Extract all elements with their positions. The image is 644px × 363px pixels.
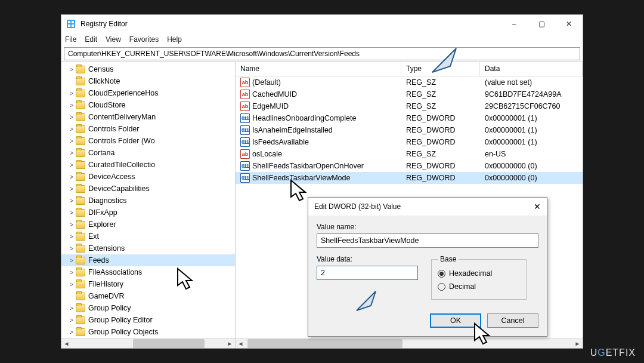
dialog-close-button[interactable]: ✕ — [534, 202, 541, 211]
folder-icon — [76, 316, 85, 324]
value-row[interactable]: 011IsFeedsAvailableREG_DWORD0x00000001 (… — [236, 136, 583, 148]
menu-favorites[interactable]: Favorites — [129, 35, 159, 44]
list-scroll-left[interactable]: ◄ — [236, 339, 246, 348]
value-data-input[interactable] — [317, 266, 418, 280]
dialog-titlebar[interactable]: Edit DWORD (32-bit) Value ✕ — [308, 198, 547, 216]
titlebar[interactable]: Registry Editor – ▢ ✕ — [61, 15, 583, 33]
tree-item[interactable]: GameDVR — [61, 290, 235, 302]
column-type[interactable]: Type — [401, 62, 480, 76]
tree-item[interactable]: >Diagnostics — [61, 195, 235, 207]
menubar: File Edit View Favorites Help — [61, 33, 583, 46]
menu-help[interactable]: Help — [167, 35, 182, 44]
value-row[interactable]: abEdgeMUIDREG_SZ29CB62715CF06C760 — [236, 100, 583, 112]
folder-icon — [76, 137, 85, 145]
maximize-button[interactable]: ▢ — [528, 15, 555, 33]
chevron-right-icon[interactable]: > — [67, 329, 76, 336]
chevron-right-icon[interactable]: > — [67, 269, 76, 276]
value-row[interactable]: 011ShellFeedsTaskbarOpenOnHoverREG_DWORD… — [236, 160, 583, 172]
chevron-right-icon[interactable]: > — [67, 150, 76, 156]
close-button[interactable]: ✕ — [555, 15, 583, 33]
chevron-right-icon[interactable]: > — [67, 66, 76, 73]
chevron-right-icon[interactable]: > — [67, 233, 76, 240]
folder-icon — [76, 149, 85, 157]
chevron-right-icon[interactable]: > — [67, 102, 76, 109]
chevron-right-icon[interactable]: > — [67, 222, 76, 228]
tree-item[interactable]: >Explorer — [61, 219, 235, 230]
base-legend: Base — [438, 255, 459, 263]
tree-item[interactable]: >Extensions — [61, 242, 235, 254]
chevron-right-icon[interactable]: > — [67, 281, 76, 288]
tree-item[interactable]: >DeviceAccess — [61, 171, 235, 183]
value-row[interactable]: ab(Default)REG_SZ(value not set) — [236, 76, 583, 88]
value-data: en-US — [480, 150, 583, 158]
svg-rect-3 — [68, 24, 70, 27]
value-data-label: Value data: — [317, 255, 418, 263]
list-scroll-thumb[interactable] — [247, 339, 402, 348]
chevron-right-icon[interactable]: > — [67, 138, 76, 144]
chevron-right-icon[interactable]: > — [67, 305, 76, 312]
list-scroll-right[interactable]: ► — [572, 339, 583, 348]
minimize-button[interactable]: – — [500, 15, 528, 33]
dword-value-icon: 011 — [240, 173, 250, 183]
tree-item[interactable]: >Group Policy Objects — [61, 326, 235, 338]
chevron-right-icon[interactable]: > — [67, 114, 76, 121]
value-row[interactable]: 011ShellFeedsTaskbarViewModeREG_DWORD0x0… — [236, 172, 583, 184]
value-row[interactable]: abosLocaleREG_SZen-US — [236, 148, 583, 160]
tree-item[interactable]: ClickNote — [61, 75, 235, 87]
chevron-right-icon[interactable]: > — [67, 317, 76, 324]
radio-hexadecimal[interactable]: Hexadecimal — [438, 267, 520, 280]
tree-item[interactable]: >Census — [61, 63, 235, 75]
tree-item[interactable]: >DIFxApp — [61, 207, 235, 219]
menu-file[interactable]: File — [65, 35, 76, 44]
value-row[interactable]: 011IsAnaheimEdgeInstalledREG_DWORD0x0000… — [236, 124, 583, 136]
tree-item[interactable]: >CuratedTileCollectio — [61, 159, 235, 171]
watermark: UGETFIX — [590, 347, 636, 358]
value-name-input[interactable] — [317, 233, 538, 248]
column-data[interactable]: Data — [480, 62, 583, 76]
cancel-button[interactable]: Cancel — [487, 313, 538, 328]
tree-item[interactable]: >CloudStore — [61, 99, 235, 111]
tree-scroll-thumb[interactable] — [133, 339, 205, 348]
tree-item[interactable]: >FileAssociations — [61, 266, 235, 278]
menu-edit[interactable]: Edit — [85, 35, 97, 44]
value-row[interactable]: 011HeadlinesOnboardingCompleteREG_DWORD0… — [236, 112, 583, 124]
chevron-right-icon[interactable]: > — [67, 186, 76, 192]
chevron-right-icon[interactable]: > — [67, 210, 76, 216]
chevron-right-icon[interactable]: > — [67, 126, 76, 133]
tree-item[interactable]: >FileHistory — [61, 278, 235, 290]
tree-scroll-left[interactable]: ◄ — [61, 339, 72, 348]
chevron-right-icon[interactable]: > — [67, 162, 76, 168]
radio-decimal[interactable]: Decimal — [438, 280, 520, 293]
value-type: REG_DWORD — [401, 162, 480, 170]
window-title: Registry Editor — [80, 20, 128, 28]
tree-item[interactable]: >ContentDeliveryMan — [61, 111, 235, 123]
tree-item[interactable]: >Cortana — [61, 147, 235, 159]
tree-item[interactable]: >Feeds — [61, 254, 235, 266]
tree-pane[interactable]: >CensusClickNote>CloudExperienceHos>Clou… — [61, 62, 236, 348]
tree-item[interactable]: >Group Policy — [61, 302, 235, 314]
value-data: 0x00000001 (1) — [480, 138, 583, 146]
ok-button[interactable]: OK — [430, 313, 481, 328]
address-bar[interactable]: Computer\HKEY_CURRENT_USER\SOFTWARE\Micr… — [64, 47, 580, 60]
chevron-right-icon[interactable]: > — [67, 174, 76, 180]
chevron-right-icon[interactable]: > — [67, 198, 76, 204]
tree-scroll-right[interactable]: ► — [225, 339, 235, 348]
tree-item[interactable]: >Group Policy Editor — [61, 314, 235, 326]
chevron-right-icon[interactable]: > — [67, 245, 76, 252]
value-data: 0x00000000 (0) — [480, 162, 583, 170]
tree-item[interactable]: >Ext — [61, 230, 235, 242]
tree-item[interactable]: >DeviceCapabilities — [61, 183, 235, 195]
tree-item[interactable]: >CloudExperienceHos — [61, 87, 235, 99]
column-name[interactable]: Name — [236, 62, 401, 76]
tree-label: CloudExperienceHos — [88, 89, 158, 97]
tree-item[interactable]: >Controls Folder (Wo — [61, 135, 235, 147]
tree-item[interactable]: >Controls Folder — [61, 123, 235, 135]
value-row[interactable]: abCachedMUIDREG_SZ9C61BD7FE4724A99A — [236, 88, 583, 100]
value-type: REG_SZ — [401, 102, 480, 110]
base-fieldset: Base Hexadecimal Decimal — [431, 255, 527, 300]
tree-label: ClickNote — [88, 77, 120, 85]
chevron-right-icon[interactable]: > — [67, 257, 76, 264]
svg-rect-4 — [72, 24, 74, 27]
menu-view[interactable]: View — [106, 35, 121, 44]
chevron-right-icon[interactable]: > — [67, 90, 76, 97]
